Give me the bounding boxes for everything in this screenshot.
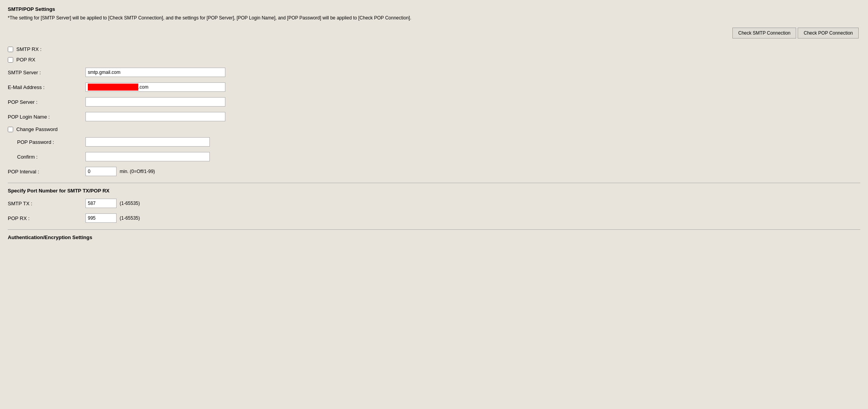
confirm-label: Confirm : <box>8 154 85 160</box>
confirm-row: Confirm : <box>8 152 860 162</box>
pop-rx-port-row: POP RX : (1-65535) <box>8 213 860 223</box>
pop-password-row: POP Password : <box>8 137 860 147</box>
pop-password-input[interactable] <box>85 137 210 147</box>
pop-login-name-row: POP Login Name : <box>8 112 860 122</box>
change-password-checkbox[interactable] <box>8 127 13 132</box>
email-redacted-block <box>88 84 138 91</box>
smtp-server-row: SMTP Server : <box>8 67 860 77</box>
section-title: SMTP/POP Settings <box>8 6 860 12</box>
pop-server-row: POP Server : <box>8 97 860 107</box>
smtp-server-label: SMTP Server : <box>8 70 85 75</box>
pop-login-name-input[interactable] <box>85 112 225 121</box>
pop-server-label: POP Server : <box>8 99 85 105</box>
pop-rx-checkbox[interactable] <box>8 57 13 63</box>
pop-interval-input[interactable] <box>85 167 117 176</box>
pop-login-name-label: POP Login Name : <box>8 114 85 120</box>
main-container: SMTP/POP Settings *The setting for [SMTP… <box>0 0 868 409</box>
check-pop-button[interactable]: Check POP Connection <box>798 28 859 38</box>
change-password-label: Change Password <box>16 126 58 132</box>
smtp-tx-hint: (1-65535) <box>120 201 140 206</box>
pop-password-label: POP Password : <box>8 139 85 145</box>
pop-interval-label: POP Interval : <box>8 169 85 175</box>
pop-rx-port-label: POP RX : <box>8 215 85 221</box>
change-password-row: Change Password <box>8 126 860 132</box>
pop-server-input[interactable] <box>85 97 225 107</box>
email-address-row: E-Mail Address : .com <box>8 82 860 92</box>
description-text: *The setting for [SMTP Server] will be a… <box>8 14 435 21</box>
confirm-input[interactable] <box>85 152 210 161</box>
email-field-container: .com <box>85 82 225 92</box>
pop-rx-port-input[interactable] <box>85 213 117 223</box>
pop-interval-row: POP Interval : min. (0=Off/1-99) <box>8 166 860 177</box>
smtp-tx-input[interactable] <box>85 199 117 208</box>
email-address-label: E-Mail Address : <box>8 84 85 90</box>
smtp-tx-row: SMTP TX : (1-65535) <box>8 198 860 208</box>
pop-interval-hint: min. (0=Off/1-99) <box>120 169 155 174</box>
check-smtp-button[interactable]: Check SMTP Connection <box>732 28 797 38</box>
pop-rx-label: POP RX <box>16 57 35 63</box>
divider-2 <box>8 229 860 230</box>
smtp-rx-row: SMTP RX : <box>8 46 860 52</box>
divider-1 <box>8 183 860 183</box>
email-suffix: .com <box>138 84 148 90</box>
pop-rx-row: POP RX <box>8 57 860 63</box>
pop-rx-port-hint: (1-65535) <box>120 215 140 221</box>
auth-section-title: Authentication/Encryption Settings <box>8 234 860 240</box>
smtp-tx-label: SMTP TX : <box>8 201 85 206</box>
smtp-server-input[interactable] <box>85 68 225 77</box>
smtp-rx-label: SMTP RX : <box>16 46 42 52</box>
button-row: Check SMTP Connection Check POP Connecti… <box>8 28 860 38</box>
port-section-title: Specify Port Number for SMTP TX/POP RX <box>8 188 860 194</box>
smtp-rx-checkbox[interactable] <box>8 47 13 52</box>
